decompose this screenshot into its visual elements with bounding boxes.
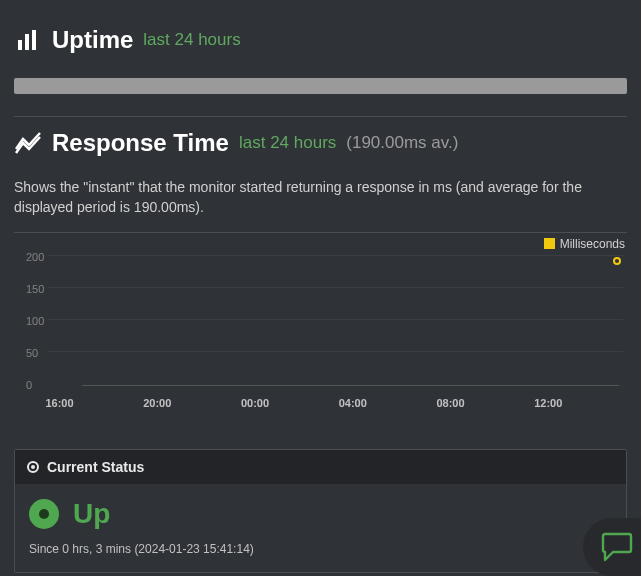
x-axis bbox=[82, 385, 619, 386]
response-chart: Milliseconds 200 150 100 50 0 16:00 20:0… bbox=[14, 233, 627, 433]
uptime-title: Uptime bbox=[52, 26, 133, 54]
x-axis-labels: 16:00 20:00 00:00 04:00 08:00 12:00 bbox=[48, 397, 623, 415]
svg-rect-2 bbox=[32, 30, 36, 50]
response-description: Shows the "instant" that the monitor sta… bbox=[14, 167, 627, 232]
data-point bbox=[613, 257, 621, 265]
chart-legend: Milliseconds bbox=[544, 237, 625, 251]
record-icon bbox=[27, 461, 39, 473]
bar-chart-icon bbox=[14, 26, 42, 54]
chat-icon bbox=[599, 532, 633, 562]
status-since: Since 0 hrs, 3 mins (2024-01-23 15:41:14… bbox=[29, 542, 612, 556]
line-chart-icon bbox=[14, 129, 42, 157]
y-axis-labels: 200 150 100 50 0 bbox=[14, 255, 48, 385]
response-title: Response Time bbox=[52, 129, 229, 157]
svg-rect-0 bbox=[18, 40, 22, 50]
response-period: last 24 hours bbox=[239, 133, 336, 153]
uptime-bar bbox=[14, 78, 627, 94]
svg-rect-1 bbox=[25, 34, 29, 50]
status-header: Current Status bbox=[15, 450, 626, 484]
legend-label: Milliseconds bbox=[560, 237, 625, 251]
response-header: Response Time last 24 hours (190.00ms av… bbox=[14, 117, 627, 167]
chart-grid bbox=[48, 255, 623, 385]
uptime-header: Uptime last 24 hours bbox=[14, 14, 627, 64]
status-header-label: Current Status bbox=[47, 459, 144, 475]
status-state: Up bbox=[73, 498, 110, 530]
chat-button[interactable] bbox=[583, 518, 641, 576]
uptime-period: last 24 hours bbox=[143, 30, 240, 50]
response-average: (190.00ms av.) bbox=[346, 133, 458, 153]
status-indicator-icon bbox=[29, 499, 59, 529]
legend-swatch bbox=[544, 238, 555, 249]
current-status-card: Current Status Up Since 0 hrs, 3 mins (2… bbox=[14, 449, 627, 573]
